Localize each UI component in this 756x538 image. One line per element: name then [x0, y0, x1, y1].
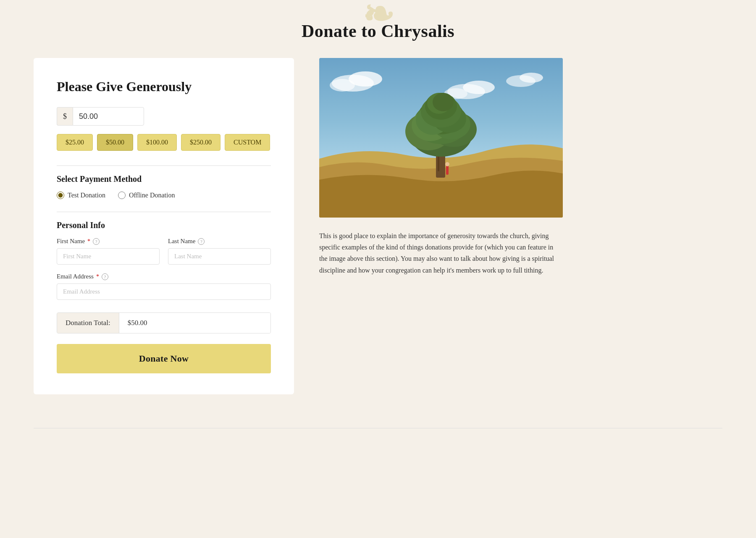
payment-option-test[interactable]: Test Donation — [57, 192, 105, 199]
personal-info-title: Personal Info — [57, 220, 271, 230]
email-required: * — [96, 273, 99, 280]
payment-radio-offline[interactable] — [118, 192, 126, 199]
preset-amount-100[interactable]: $100.00 — [137, 134, 177, 151]
first-name-input[interactable] — [57, 248, 160, 265]
tree-image — [319, 58, 563, 218]
currency-symbol: $ — [57, 107, 73, 126]
description-text: This is good place to explain the import… — [319, 230, 563, 276]
amount-input-row: $ — [57, 107, 271, 126]
payment-methods: Test Donation Offline Donation — [57, 192, 271, 199]
svg-point-8 — [520, 73, 543, 83]
email-field-group: Email Address * ? — [57, 273, 271, 300]
svg-point-27 — [433, 93, 454, 111]
first-name-group: First Name * ? — [57, 238, 160, 265]
last-name-help-icon[interactable]: ? — [198, 238, 205, 245]
svg-point-3 — [330, 79, 355, 92]
last-name-group: Last Name ? — [168, 238, 271, 265]
svg-point-29 — [445, 162, 449, 166]
preset-amount-buttons: $25.00 $50.00 $100.00 $250.00 CUSTOM — [57, 134, 271, 151]
last-name-label: Last Name ? — [168, 238, 271, 245]
form-heading: Please Give Generously — [57, 79, 271, 94]
svg-point-5 — [463, 81, 495, 94]
main-content: Please Give Generously $ $25.00 $50.00 $… — [34, 58, 722, 428]
payment-section-title: Select Payment Method — [57, 174, 271, 184]
donation-total-amount: $50.00 — [119, 313, 270, 333]
payment-label-offline: Offline Donation — [129, 192, 175, 199]
payment-divider — [57, 165, 271, 166]
donation-total-row: Donation Total: $50.00 — [57, 312, 271, 333]
preset-amount-250[interactable]: $250.00 — [181, 134, 220, 151]
first-name-help-icon[interactable]: ? — [93, 238, 100, 245]
page-title: Donate to Chrysalis — [302, 21, 454, 41]
svg-rect-28 — [446, 165, 449, 175]
first-name-label: First Name * ? — [57, 238, 160, 245]
name-row: First Name * ? Last Name ? — [57, 238, 271, 265]
form-panel: Please Give Generously $ $25.00 $50.00 $… — [34, 58, 294, 394]
payment-label-test: Test Donation — [68, 192, 105, 199]
email-label: Email Address * ? — [57, 273, 271, 280]
amount-input[interactable] — [73, 107, 144, 126]
donation-total-label: Donation Total: — [57, 313, 119, 333]
preset-amount-custom[interactable]: CUSTOM — [225, 134, 270, 151]
personal-info-divider — [57, 212, 271, 212]
email-help-icon[interactable]: ? — [102, 273, 108, 280]
preset-amount-25[interactable]: $25.00 — [57, 134, 93, 151]
donate-now-button[interactable]: Donate Now — [57, 344, 271, 373]
payment-radio-test[interactable] — [57, 192, 64, 199]
page-header: ❧ Donate to Chrysalis — [34, 0, 722, 58]
email-input[interactable] — [57, 283, 271, 300]
right-panel: This is good place to explain the import… — [319, 58, 722, 276]
preset-amount-50[interactable]: $50.00 — [97, 134, 133, 151]
page-footer-divider — [34, 428, 722, 428]
payment-option-offline[interactable]: Offline Donation — [118, 192, 175, 199]
first-name-required: * — [87, 238, 90, 245]
last-name-input[interactable] — [168, 248, 271, 265]
